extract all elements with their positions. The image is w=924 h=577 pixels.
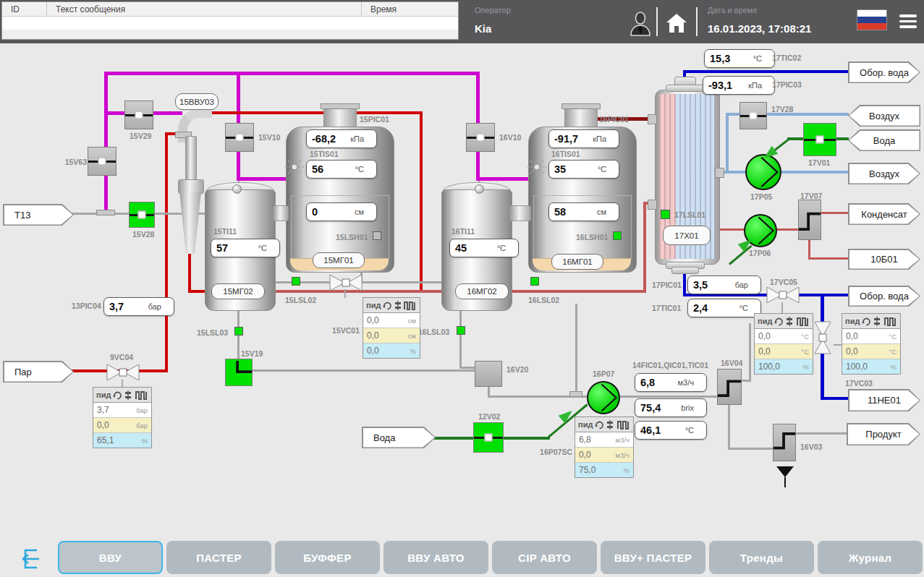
home-icon[interactable] [666,12,687,34]
ejector-cone [179,192,201,254]
nav-button-zhurnal[interactable]: Журнал [818,541,923,574]
valve-15v19[interactable] [225,359,253,386]
nav-button-vvu[interactable]: ВВУ [58,541,163,574]
pid-title: пид [96,390,111,399]
flow-arrow-icon [559,407,576,424]
pid-pv: 3,7 [97,405,109,415]
valve-15v29[interactable] [124,101,153,129]
exit-button[interactable] [18,547,40,570]
header-separator [696,7,698,36]
value-17tic02[interactable]: 15,3°C [704,49,775,68]
valve-12v02[interactable] [473,422,504,453]
pid-sp: 0,0 [579,450,591,460]
pipe [821,397,849,400]
tag-16tis01: 16TIS01 [551,150,580,158]
pipe-flange [569,391,582,397]
alarm-col-id: ID [2,2,47,16]
temp-sensor-icon [285,158,304,176]
pid-17vc03[interactable]: пид 0,0°C 0,0°C 100,0% [842,313,901,375]
hx-foot [671,267,699,274]
valve-15v10[interactable] [225,123,254,152]
pid-17vc05[interactable]: пид 0,0°C 0,0°C 100,0% [754,313,813,375]
tank1-vent-ball [232,184,242,194]
tag-17pic01: 17PIC01 [652,281,682,289]
value-14fic01-temp[interactable]: 46,1°C [635,421,707,440]
datetime-value: 16.01.2023, 17:08:21 [708,22,811,35]
value-15ti11[interactable]: 57°C [211,239,280,257]
label-16v20: 16V20 [506,365,528,374]
pid-slider-icon [394,301,402,310]
value-17pic03[interactable]: -93,1кПа [703,76,775,95]
tag-17pic03: 17PIC03 [772,80,802,89]
language-flag-ru[interactable] [857,9,887,30]
value-14fic01-brix[interactable]: 75,4brix [635,398,707,417]
value-16tis01[interactable]: 35°C [548,160,619,179]
pid-out: 0,0 [367,346,379,356]
value-15tis01[interactable]: 56°C [306,160,377,179]
pid-pulse-icon [617,420,630,429]
label-17p05: 17P05 [750,192,772,201]
value-15pic01[interactable]: -68,2кПа [306,129,377,148]
pid-mode-icon [862,317,871,326]
nav-button-buffer[interactable]: БУФФЕР [275,541,380,574]
nav-button-trendy[interactable]: Тренды [709,541,814,574]
label-15v29: 15V29 [130,132,151,140]
value-17tic01[interactable]: 2,4°C [687,299,761,317]
hx-top-flange [666,85,705,92]
value-15level[interactable]: 0см [306,202,377,221]
hx-nozzle [648,114,657,124]
value-16level[interactable]: 58см [548,202,619,221]
temp-sensor-icon [527,158,546,176]
pipe [250,369,478,372]
valve-15v63[interactable] [88,147,116,176]
pipe [821,212,848,214]
valve-9vc04[interactable] [106,364,140,381]
valve-17vc03[interactable] [814,321,831,354]
valve-15v28[interactable] [129,202,155,228]
pump-16p07[interactable] [587,381,620,414]
alarm-list[interactable]: ID Текст сообщения Время [1,1,459,40]
valve-17v01[interactable] [803,123,836,156]
nav-button-vvu-paster[interactable]: ВВУ+ ПАСТЕР [601,541,705,574]
tag-16ti11: 16TI11 [452,227,475,236]
pid-16p07sc[interactable]: пид 6,8м3/ч 0,0м3/ч 75,0% [575,416,634,478]
label-15lsl02: 15LSL02 [285,296,316,304]
pid-9vc04[interactable]: пид 3,7бар 0,0бар 65,1% [93,387,152,448]
tank2-vent-ball [475,184,484,194]
tag-16pic01: 16PIC01 [599,115,629,124]
valve-16v10[interactable] [466,123,495,152]
valve-16v03[interactable] [773,424,796,461]
valve-15vc01[interactable] [329,274,363,291]
pipe [643,202,646,293]
value-17pic01[interactable]: 3,5бар [687,275,761,294]
value-16ti11[interactable]: 45°C [449,239,519,257]
pid-15vc01[interactable]: пид 0,0см 0,0см 0,0% [363,297,420,359]
equip-label-tank2: 16МГ02 [455,283,509,299]
sensor-16lsh01 [613,231,622,240]
menu-icon[interactable] [899,14,917,30]
pid-mode-icon [595,420,604,429]
value-13pic04[interactable]: 3,7бар [103,297,174,316]
pid-title: пид [758,317,772,325]
io-arrow-11he01: 11HE01 [848,389,920,411]
pipe [575,304,577,397]
nav-button-vvu-avto[interactable]: ВВУ АВТО [383,541,488,574]
pid-out: 65,1 [97,435,114,445]
alarm-list-header: ID Текст сообщения Время [2,2,458,17]
valve-17v07[interactable] [798,200,821,240]
valve-16v04[interactable] [717,369,742,405]
nav-button-cip-avto[interactable]: CIP АВТО [492,541,597,574]
pump-17p05[interactable] [745,154,781,190]
nav-button-paster[interactable]: ПАСТЕР [166,541,271,574]
io-arrow-vozduh-2: Воздух [848,163,920,184]
operator-icon[interactable] [630,12,651,36]
valve-16v20[interactable] [475,361,502,387]
valve-17v28[interactable] [739,102,767,129]
pipe [165,132,168,372]
value-14fic01-flow[interactable]: 6,8м3/ч [635,373,707,392]
valve-17vc05[interactable] [766,286,800,304]
pipe [749,323,751,381]
value-16pic01[interactable]: -91,7кПа [548,129,619,148]
pid-sp: 0,0 [758,346,771,356]
label-16p07: 16P07 [593,369,614,378]
